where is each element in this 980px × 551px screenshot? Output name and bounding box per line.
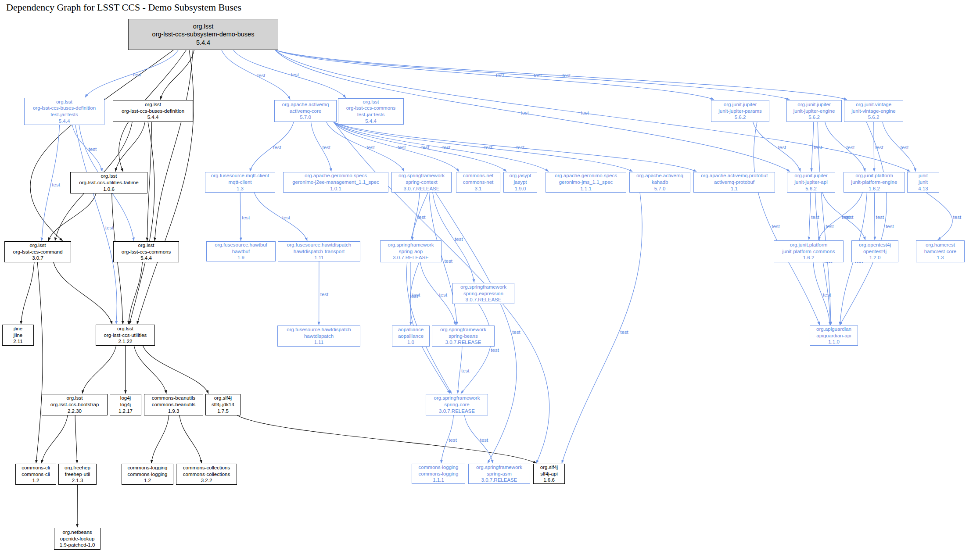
node-label-line: 1.0 [407, 339, 414, 346]
edge-label-test: test [439, 292, 448, 297]
node-label-line: hamcrest-core [924, 248, 957, 255]
node-label-line: spring-asm [487, 471, 512, 477]
edge-activemq-core-to-spring-context [327, 122, 404, 172]
node-label-line: org-lsst-ccs-subsystem-demo-buses [152, 30, 255, 39]
node-activemq-core: org.apache.activemqactivemq-core5.7.0 [274, 100, 337, 122]
edge-label-test: test [485, 145, 493, 150]
node-label-line: commons-cli [22, 471, 50, 478]
node-label-line: 1.0.1 [330, 186, 341, 192]
node-label-line: aopalliance [398, 326, 424, 333]
edge-spring-expression-to-spring-core [461, 304, 491, 394]
node-label-line: 3.0.7.RELEASE [393, 254, 429, 261]
edge-jupiter-api-to-platform-commons [809, 193, 811, 240]
edge-label-test: test [421, 145, 430, 150]
edge-label-test: test [875, 145, 883, 150]
node-spring-core: org.springframeworkspring-core3.0.7.RELE… [426, 394, 488, 415]
node-label-line: 2.11 [13, 338, 23, 345]
edge-label-test: test [563, 73, 571, 78]
edge-jupiter-params-to-jupiter-api [753, 122, 801, 172]
node-label-line: 3.0.7.RELEASE [404, 186, 440, 192]
node-label-line: spring-beans [449, 333, 477, 340]
edge-utilities-to-beanutils [134, 346, 166, 394]
edge-label-test: test [778, 145, 786, 150]
node-hawt-transport: org.fusesource.hawtdispatchhawtdispatch-… [278, 241, 360, 261]
edge-label-test: test [449, 437, 457, 443]
node-label-line: junit [919, 179, 928, 186]
edge-label-test: test [581, 110, 589, 115]
node-label-line: org.springframework [440, 326, 486, 333]
edge-utilities-to-slf4j-jdk14 [143, 346, 208, 394]
node-jupiter-api: org.junit.jupiterjunit-jupiter-api5.6.2 [787, 172, 835, 193]
edge-jupiter-engine-to-jupiter-api [811, 122, 814, 172]
node-label-line: spring-aop [399, 248, 423, 255]
edge-label-test: test [323, 145, 331, 150]
node-geronimo-j2ee: org.apache.geronimo.specsgeronimo-j2ee-m… [283, 172, 388, 193]
node-label-line: 3.0.7.RELEASE [439, 408, 475, 415]
node-label-line: geronimo-j2ee-management_1.1_spec [292, 179, 379, 186]
edge-label-test: test [398, 145, 406, 150]
edge-root-to-vintage-engine [275, 50, 847, 100]
edge-label-test: test [242, 215, 250, 220]
node-label-line: 3.2.2 [201, 477, 212, 484]
edge-junit-to-hamcrest [926, 193, 953, 240]
node-label-line: apiguardian-api [816, 333, 851, 339]
node-label-line: 1.11 [314, 254, 324, 261]
edge-commons-to-utilities [129, 262, 143, 324]
node-label-line: org.lsst [145, 101, 161, 108]
node-label-line: 1.7.5 [217, 408, 229, 415]
edge-label-test: test [521, 110, 529, 115]
node-label-line: org.slf4j [214, 395, 232, 401]
node-label-line: org.fusesource.hawtbuf [215, 242, 267, 248]
edge-label-test: test [826, 224, 834, 229]
node-label-line: 1.1.1 [580, 186, 592, 192]
node-log4j: log4jlog4j1.2.17 [110, 394, 141, 415]
node-label-line: 5.4.4 [196, 39, 210, 47]
edge-root-to-buses-definition [161, 50, 194, 100]
node-label-line: 2.2.30 [68, 408, 82, 415]
node-hamcrest: org.hamcresthamcrest-core1.3 [916, 240, 965, 262]
node-label-line: aopalliance [398, 333, 424, 340]
node-label-line: junit-platform-commons [782, 248, 835, 255]
edge-label-test: test [823, 292, 831, 297]
node-label-line: 1.3 [937, 254, 944, 261]
node-label-line: 1.9.0 [515, 186, 526, 192]
node-spring-beans: org.springframeworkspring-beans3.0.7.REL… [432, 326, 495, 347]
node-spring-expression: org.springframeworkspring-expression3.0.… [452, 283, 514, 304]
node-slf4j-jdk14: org.slf4jslf4j-jdk141.7.5 [205, 394, 241, 415]
node-label-line: 1.6.6 [543, 477, 555, 483]
edge-vintage-engine-to-platform-engine [874, 122, 874, 172]
edge-mqtt-client-to-hawtbuf [240, 193, 241, 241]
node-commons-logging-111: commons-loggingcommons-logging1.1.1 [412, 464, 465, 484]
node-label-line: commons-logging [128, 465, 168, 471]
node-commons: org.lsstorg-lsst-ccs-commons5.4.4 [113, 241, 179, 262]
edge-label-test: test [442, 145, 451, 150]
edge-label-test: test [953, 215, 962, 220]
node-aopalliance: aopallianceaopalliance1.0 [392, 326, 430, 347]
edge-utilities-to-bootstrap [82, 346, 116, 394]
node-label-line: 4.13 [918, 186, 928, 192]
graph-title: Dependency Graph for LSST CCS - Demo Sub… [6, 2, 241, 13]
node-label-line: commons-beanutils [152, 401, 196, 408]
edge-root-to-activemq-core [222, 50, 290, 100]
node-label-line: junit [919, 172, 928, 179]
node-kahadb: org.apache.activemqkahadb5.7.0 [629, 172, 690, 193]
edge-label-test: test [273, 145, 281, 150]
node-label-line: org.springframework [460, 284, 506, 290]
node-label-line: org.lsst [363, 99, 379, 105]
node-beanutils: commons-beanutilscommons-beanutils1.9.3 [144, 394, 203, 415]
node-spring-asm: org.springframeworkspring-asm3.0.7.RELEA… [468, 464, 530, 484]
node-ccs-commons-tests: org.lsstorg-lsst-ccs-commonstest-jar:tes… [338, 98, 404, 125]
node-commons-cli: commons-clicommons-cli1.2 [15, 464, 56, 485]
node-label-line: 1.3 [237, 186, 244, 192]
node-jasypt: org.jasyptjasypt1.9.0 [503, 172, 537, 193]
node-label-line: jasypt [513, 179, 527, 186]
node-label-line: activemq-core [290, 108, 321, 114]
edge-label-test: test [886, 224, 894, 229]
node-label-line: commons-net [463, 172, 494, 179]
node-label-line: org.lsst [101, 173, 117, 179]
node-label-line: commons-beanutils [152, 395, 196, 401]
node-label-line: spring-expression [463, 290, 503, 297]
node-mqtt-client: org.fusesource.mqtt-clientmqtt-client1.3 [205, 172, 275, 193]
node-label-line: activemq-protobuf [714, 179, 754, 186]
node-label-line: 2.1.3 [72, 477, 83, 484]
